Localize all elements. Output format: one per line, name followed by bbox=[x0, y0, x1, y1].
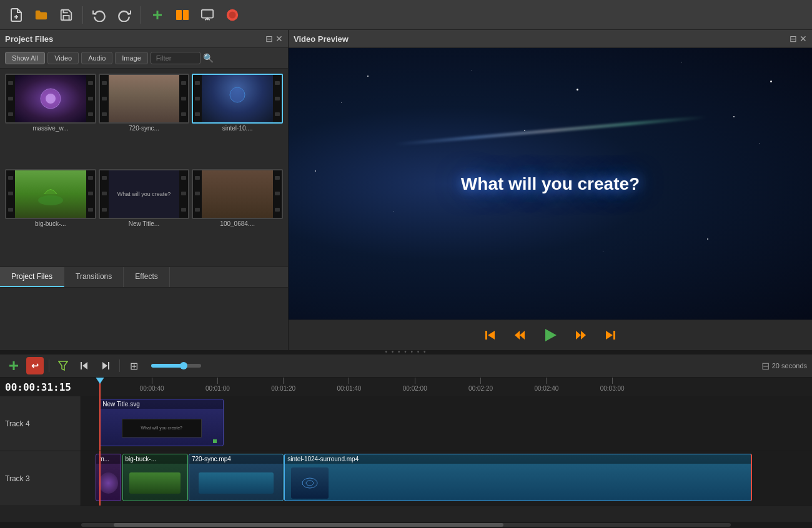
redo-button[interactable] bbox=[113, 4, 136, 26]
split-button[interactable] bbox=[171, 4, 194, 26]
timecode-display: 00:00:31:15 bbox=[0, 381, 81, 393]
film-strip-left-5 bbox=[100, 170, 109, 218]
ruler-mark: 00:02:20 bbox=[468, 378, 493, 392]
transitions-area bbox=[0, 288, 288, 350]
tab-transitions[interactable]: Transitions bbox=[64, 267, 124, 287]
svg-point-13 bbox=[38, 195, 63, 205]
media-item-newtitle[interactable]: What will you create? New Title... bbox=[99, 169, 190, 262]
thumb-massive bbox=[15, 75, 86, 122]
export-button[interactable] bbox=[196, 4, 219, 26]
tl-jump-end-button[interactable] bbox=[97, 357, 114, 374]
main-toolbar bbox=[0, 0, 812, 30]
rewind-button[interactable] bbox=[510, 325, 530, 345]
tl-sep-2 bbox=[119, 359, 120, 372]
video-preview-header: Video Preview ⊟ ✕ bbox=[289, 30, 812, 48]
tab-effects[interactable]: Effects bbox=[124, 267, 169, 287]
svg-marker-19 bbox=[576, 331, 581, 340]
save-file-button[interactable] bbox=[55, 4, 77, 26]
clip-newtitle[interactable]: New Title.svg What will you create? bbox=[99, 399, 224, 446]
track3-content: m... big-buck-... 720-sync.mp4 bbox=[81, 451, 812, 506]
scrollbar-track[interactable] bbox=[81, 523, 731, 527]
vp-close-icon[interactable]: ✕ bbox=[800, 34, 807, 44]
video-preview-text: What will you create? bbox=[461, 174, 640, 194]
show-all-button[interactable]: Show All bbox=[5, 52, 45, 64]
undo-button[interactable] bbox=[88, 4, 111, 26]
open-file-button[interactable] bbox=[30, 4, 52, 26]
zoom-handle[interactable] bbox=[180, 362, 187, 369]
media-item-sintel[interactable]: sintel-10.... bbox=[192, 74, 283, 167]
svg-rect-5 bbox=[183, 10, 189, 20]
clip-sintel-label: sintel-1024-surround.mp4 bbox=[285, 454, 751, 464]
playback-controls bbox=[289, 320, 812, 350]
film-strip-right bbox=[86, 75, 95, 122]
media-item-bigbuck[interactable]: big-buck-... bbox=[5, 169, 96, 262]
film-strip-right-4 bbox=[86, 170, 95, 218]
record-button[interactable] bbox=[221, 4, 244, 26]
track4-lane: Track 4 New Title.svg What will you crea… bbox=[0, 396, 812, 451]
svg-rect-29 bbox=[108, 362, 109, 369]
remove-track-button[interactable]: ↩ bbox=[26, 357, 44, 374]
clip-bigbuck[interactable]: big-buck-... bbox=[122, 454, 188, 501]
jump-start-button[interactable] bbox=[480, 325, 500, 345]
clip-720sync-label: 720-sync.mp4 bbox=[189, 454, 283, 464]
close-icon[interactable]: ✕ bbox=[275, 34, 283, 44]
clip-newtitle-label: New Title.svg bbox=[100, 399, 223, 409]
clip-newtitle-thumb: What will you create? bbox=[100, 411, 223, 446]
add-track-button[interactable] bbox=[5, 357, 22, 374]
svg-marker-21 bbox=[606, 331, 613, 340]
ruler-mark: 00:02:00 bbox=[403, 378, 427, 392]
thumb-100068 bbox=[202, 170, 273, 218]
svg-point-12 bbox=[230, 87, 245, 102]
video-preview-header-icons: ⊟ ✕ bbox=[790, 34, 807, 44]
audio-filter-button[interactable]: Audio bbox=[81, 52, 112, 64]
filter-icon[interactable]: 🔍 bbox=[203, 53, 214, 63]
svg-point-31 bbox=[306, 481, 314, 486]
tl-jump-start-button[interactable] bbox=[76, 357, 93, 374]
film-strip-right-5 bbox=[179, 170, 188, 218]
add-marker-button[interactable]: ⊞ bbox=[125, 357, 142, 374]
clip-massive[interactable]: m... bbox=[96, 454, 121, 501]
filter-input[interactable] bbox=[151, 52, 201, 64]
video-filter-button[interactable]: Video bbox=[47, 52, 79, 64]
filter-track-button[interactable] bbox=[54, 357, 72, 374]
new-file-button[interactable] bbox=[5, 4, 27, 26]
zoom-slider[interactable] bbox=[151, 364, 201, 368]
clip-marker bbox=[213, 439, 217, 443]
bottom-tabs: Project Files Transitions Effects bbox=[0, 266, 288, 288]
add-button[interactable] bbox=[146, 4, 169, 26]
fast-forward-button[interactable] bbox=[570, 325, 590, 345]
clip-720sync[interactable]: 720-sync.mp4 bbox=[189, 454, 284, 501]
thumb-sintel bbox=[202, 75, 273, 122]
media-item-massive[interactable]: massive_w... bbox=[5, 74, 96, 167]
timecode-ruler: 00:00:31:15 00:00:4000:01:0000:01:2000:0… bbox=[0, 378, 812, 396]
timeline-area: ↩ ⊞ ⊟ bbox=[0, 353, 812, 528]
media-grid: massive_w... 720-sync. bbox=[0, 69, 288, 266]
main-area: Project Files ⊟ ✕ Show All Video Audio I… bbox=[0, 30, 812, 350]
media-item-100068[interactable]: 100_0684.... bbox=[192, 169, 283, 262]
svg-marker-28 bbox=[102, 362, 107, 369]
project-files-header-icons: ⊟ ✕ bbox=[265, 34, 283, 44]
right-panel: Video Preview ⊟ ✕ bbox=[289, 30, 812, 350]
vp-minimize-icon[interactable]: ⊟ bbox=[790, 34, 797, 44]
svg-point-30 bbox=[302, 478, 317, 488]
thumb-newtitle: What will you create? bbox=[109, 170, 180, 218]
svg-marker-14 bbox=[488, 331, 495, 340]
svg-marker-25 bbox=[59, 361, 67, 370]
ruler-mark: 00:02:40 bbox=[534, 378, 558, 392]
svg-rect-6 bbox=[202, 9, 213, 17]
ruler[interactable]: 00:00:4000:01:0000:01:2000:01:4000:02:00… bbox=[81, 378, 812, 396]
image-filter-button[interactable]: Image bbox=[115, 52, 148, 64]
media-label-newtitle: New Title... bbox=[99, 219, 190, 228]
clip-sintel[interactable]: sintel-1024-surround.mp4 bbox=[284, 454, 752, 501]
svg-rect-27 bbox=[81, 362, 82, 369]
media-item-720sync[interactable]: 720-sync... bbox=[99, 74, 190, 167]
tab-project-files[interactable]: Project Files bbox=[0, 267, 64, 287]
play-button[interactable] bbox=[540, 325, 560, 345]
clip-bigbuck-thumb bbox=[123, 466, 187, 501]
minimize-icon[interactable]: ⊟ bbox=[265, 34, 273, 44]
scrollbar-thumb[interactable] bbox=[114, 523, 503, 527]
jump-end-button[interactable] bbox=[600, 325, 620, 345]
zoom-time-label: ⊟ 20 seconds bbox=[761, 360, 807, 372]
tracks-container: Track 4 New Title.svg What will you crea… bbox=[0, 396, 812, 522]
film-strip-left-4 bbox=[6, 170, 15, 218]
